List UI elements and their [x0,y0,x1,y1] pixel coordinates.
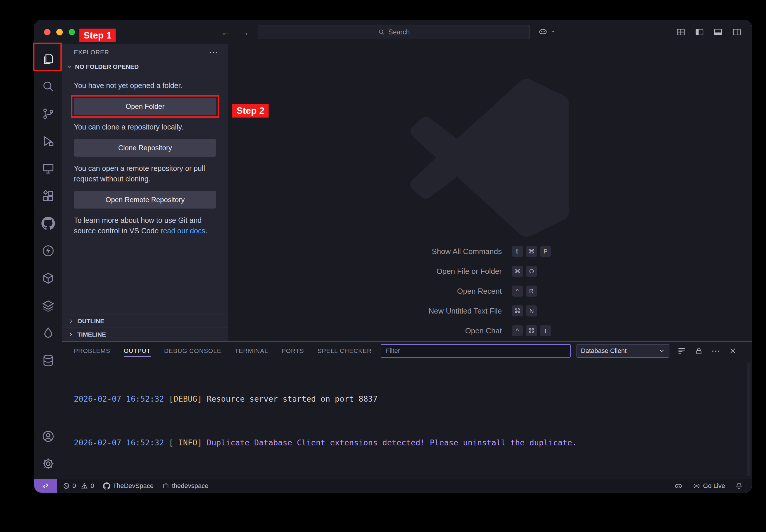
accounts-icon[interactable] [34,423,62,450]
chevron-right-icon [68,318,74,324]
search-view-icon[interactable] [34,73,62,100]
warnings-count: 0 [90,482,94,490]
workspace-icon [162,482,169,489]
workspace-name: thedevspace [172,482,209,490]
errors-count: 0 [72,482,76,490]
no-folder-text: You have not yet opened a folder. [74,80,216,91]
vscode-logo-watermark [410,78,569,237]
account-status-item[interactable]: TheDevSpace [103,482,153,490]
maximize-window-button[interactable] [69,29,75,35]
chevron-down-icon [550,29,555,34]
section-no-folder-opened[interactable]: NO FOLDER OPENED [62,60,228,73]
keycap: ⌘ [526,246,537,257]
shortcut-label: Open Chat [428,326,502,335]
close-panel-icon[interactable] [728,347,737,355]
errors-icon [63,482,70,489]
go-live-button[interactable]: Go Live [693,482,725,490]
git-docs-text: To learn more about how to use Git and s… [74,215,216,236]
section-outline[interactable]: OUTLINE [62,314,228,328]
customize-layout-icon[interactable] [676,27,686,37]
droplet-icon[interactable] [34,319,62,347]
shortcut-label: New Untitled Text File [428,307,502,316]
bottom-panel: PROBLEMS OUTPUT DEBUG CONSOLE TERMINAL P… [62,341,752,479]
navigate-back-button[interactable]: ← [221,27,231,38]
read-our-docs-link[interactable]: read our docs [160,227,205,235]
tab-spell-checker[interactable]: SPELL CHECKER [317,346,372,356]
keycap: ⌘ [526,325,537,336]
keycap: ⌘ [512,266,523,277]
section-timeline[interactable]: TIMELINE [62,328,228,341]
tab-debug-console[interactable]: DEBUG CONSOLE [164,346,221,356]
shortcut-label: Open File or Folder [428,267,502,276]
keycap: N [526,305,537,316]
title-bar: ← → Search [34,20,752,44]
remote-indicator[interactable] [34,479,57,493]
database-icon[interactable] [34,347,62,374]
vscode-window: ← → Search [34,20,752,493]
step-1-label: Step 1 [79,29,115,42]
tab-ports[interactable]: PORTS [282,346,304,356]
tab-output[interactable]: OUTPUT [124,346,151,356]
output-filter-input[interactable] [381,344,571,358]
thunder-client-icon[interactable] [34,237,62,265]
step-2-label: Step 2 [232,104,269,118]
explorer-icon[interactable] [34,45,62,73]
warnings-icon [81,482,88,489]
remote-explorer-icon[interactable] [34,155,62,182]
keycap: R [526,286,537,297]
open-folder-button[interactable]: Open Folder [74,98,216,115]
copilot-status-icon[interactable] [674,482,683,490]
keycap: ^ [512,286,523,297]
copilot-menu[interactable] [538,27,555,36]
close-window-button[interactable] [44,29,50,35]
thedevspace-icon [103,482,110,490]
source-control-icon[interactable] [34,100,62,127]
tab-problems[interactable]: PROBLEMS [74,346,110,356]
keycap: P [540,246,551,257]
extensions-icon[interactable] [34,182,62,210]
clone-repository-button[interactable]: Clone Repository [74,139,216,157]
output-log-lines-icon[interactable] [677,346,686,356]
minimize-window-button[interactable] [56,29,63,35]
keycap: ⌘ [512,305,523,316]
command-center-search[interactable]: Search [258,25,530,39]
toggle-primary-sidebar-icon[interactable] [695,27,704,37]
chevron-down-icon [66,64,72,70]
layers-icon[interactable] [34,292,62,319]
chevron-down-icon [659,348,665,354]
toggle-panel-icon[interactable] [713,27,723,37]
broadcast-icon [693,482,700,490]
search-placeholder: Search [389,28,410,36]
log-line: 2026-02-07 16:52:32 [DEBUG] Resource ser… [74,392,734,406]
lock-scroll-icon[interactable] [695,347,703,355]
explorer-sidebar: EXPLORER ⋯ NO FOLDER OPENED You have not… [62,44,228,341]
status-bar: 0 0 TheDevSpace thedevspace Go Live [34,479,752,493]
notifications-bell-icon[interactable] [735,482,743,490]
navigate-forward-button[interactable]: → [240,27,250,38]
search-icon [378,29,385,36]
output-log: 2026-02-07 16:52:32 [DEBUG] Resource ser… [62,360,752,479]
keycap: ^ [512,325,523,336]
toggle-secondary-sidebar-icon[interactable] [732,27,742,37]
remote-text: You can open a remote repository or pull… [74,163,216,184]
problems-status[interactable]: 0 0 [63,482,94,490]
open-remote-repository-button[interactable]: Open Remote Repository [74,191,216,209]
editor-area: Show All Commands ⇧⌘P Open File or Folde… [228,44,752,341]
github-icon[interactable] [34,210,62,237]
tab-terminal[interactable]: TERMINAL [235,346,268,356]
keycap: O [526,266,537,277]
package-icon[interactable] [34,265,62,292]
account-name: TheDevSpace [113,482,153,490]
workspace-status-item[interactable]: thedevspace [162,482,209,490]
keycap: I [540,325,551,336]
output-channel-select[interactable]: Database Client [577,344,669,358]
keycap: ⇧ [512,246,523,257]
run-debug-icon[interactable] [34,127,62,155]
settings-gear-icon[interactable] [34,450,62,477]
copilot-icon [538,27,548,36]
shortcut-label: Open Recent [428,287,502,296]
sidebar-title: EXPLORER [74,49,109,56]
remote-icon [42,482,49,490]
clone-text: You can clone a repository locally. [74,122,216,132]
panel-scrollbar[interactable] [747,362,751,476]
